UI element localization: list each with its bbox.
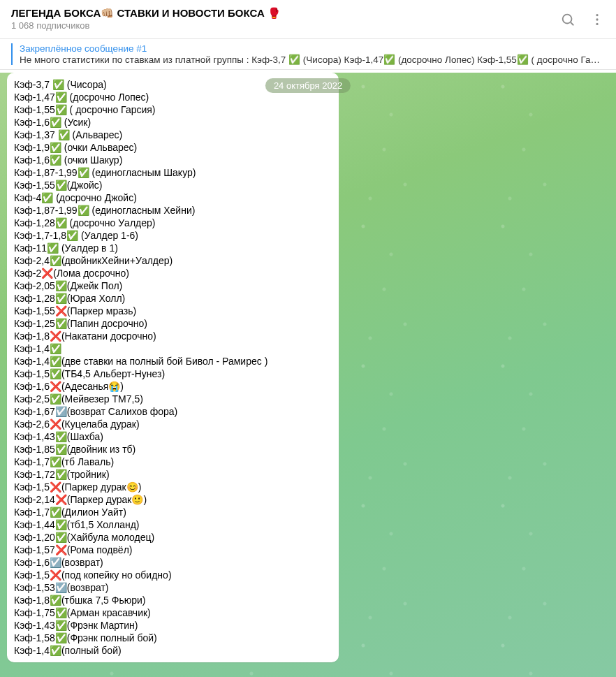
line-coefficient: Кэф-1,9	[14, 142, 50, 153]
line-coefficient: Кэф-1,43	[14, 620, 55, 631]
check-icon: ✅	[50, 154, 61, 166]
check-icon: ✅	[55, 180, 67, 191]
check-icon: ✅	[66, 230, 78, 241]
message-line: Кэф-1,43✅(Шахба)	[14, 430, 332, 443]
cross-icon: ❌	[41, 268, 53, 279]
check-icon: ✅	[50, 393, 61, 405]
line-coefficient: Кэф-1,47	[14, 92, 55, 103]
check-icon: ✅	[50, 507, 61, 518]
line-description: (Дилион Уайт)	[61, 507, 126, 518]
message-line: Кэф-2,6❌(Куцелаба дурак)	[14, 418, 332, 430]
line-coefficient: Кэф-1,5	[14, 569, 50, 581]
chat-background: 24 октября 2022 Кэф-3,7 ✅ (Чисора)Кэф-1,…	[0, 73, 616, 677]
message-line: Кэф-1,58✅(Фрэнк полный бой)	[14, 632, 332, 644]
line-description: (Уалдер в 1)	[59, 242, 118, 254]
line-coefficient: Кэф-1,28	[14, 293, 55, 304]
check-icon: ✅	[50, 117, 61, 128]
message-line: Кэф-11✅ (Уалдер в 1)	[14, 242, 332, 254]
pinned-title: Закреплённое сообщение #1	[20, 43, 605, 54]
line-coefficient: Кэф-1,37	[14, 129, 58, 140]
line-description: (досрочно Джойс)	[53, 192, 137, 203]
message-line: Кэф-1,6✅ (очки Шакур)	[14, 154, 332, 166]
message-line: Кэф-1,7✅(Дилион Уайт)	[14, 506, 332, 518]
message-line: Кэф-1,5❌(под копейку но обидно)	[14, 569, 332, 581]
line-coefficient: Кэф-1,4	[14, 343, 50, 354]
line-description: (возврат)	[61, 557, 103, 568]
check-icon: ✅	[50, 255, 61, 266]
message-line: Кэф-1,20✅(Хайбула молодец)	[14, 531, 332, 544]
line-description: (Паркер дурак	[61, 481, 126, 493]
message-line: Кэф-1,6☑️(возврат)	[14, 556, 332, 569]
line-description: (очки Альварес)	[61, 142, 137, 153]
message-line: Кэф-1,55✅(Джойс)	[14, 179, 332, 191]
search-icon[interactable]	[560, 12, 575, 27]
line-description: (Джойс)	[67, 180, 103, 191]
pinned-indicator	[11, 43, 13, 65]
svg-point-4	[596, 22, 598, 24]
line-description: (Уалдер 1-6)	[78, 230, 138, 241]
more-icon[interactable]	[589, 12, 605, 27]
check-icon: ✅	[47, 242, 59, 254]
pinned-message[interactable]: Закреплённое сообщение #1 Не много стати…	[0, 39, 616, 70]
cross-icon: ❌	[50, 381, 61, 392]
line-description: (Мейвезер ТМ7,5)	[61, 393, 143, 405]
check-icon: ✅	[50, 645, 61, 656]
message-line: Кэф-1,9✅ (очки Альварес)	[14, 141, 332, 154]
message-bubble[interactable]: Кэф-3,7 ✅ (Чисора)Кэф-1,47✅ (досрочно Ло…	[7, 73, 339, 662]
line-description: (Арман красавчик)	[67, 607, 151, 618]
message-line: Кэф-1,72✅(тройник)	[14, 468, 332, 481]
message-line: Кэф-1,75✅(Арман красавчик)	[14, 606, 332, 619]
message-line: Кэф-1,7✅(тб Лаваль)	[14, 456, 332, 468]
message-line: Кэф-1,55❌(Паркер мразь)	[14, 305, 332, 317]
check-icon: ✅	[50, 595, 61, 606]
line-description: (возврат Салихов фора)	[67, 406, 178, 417]
line-coefficient: Кэф-1,72	[14, 469, 55, 480]
line-coefficient: Кэф-1,67	[14, 406, 55, 417]
check-icon: ✅	[55, 620, 67, 631]
line-description: (тройник)	[67, 469, 110, 480]
chat-title: ЛЕГЕНДА БОКСА👊🏼 СТАВКИ И НОВОСТИ БОКСА 🥊	[11, 6, 560, 20]
line-description: (Альварес)	[70, 129, 123, 140]
check-icon: ✅	[78, 205, 89, 216]
line-coefficient: Кэф-1,5	[14, 481, 50, 493]
check-icon: ✅	[55, 104, 67, 115]
message-line: Кэф-1,5✅(ТБ4,5 Альберт-Нунез)	[14, 367, 332, 380]
message-line: Кэф-1,67☑️(возврат Салихов фора)	[14, 405, 332, 418]
line-coefficient: Кэф-1,58	[14, 632, 55, 643]
line-tail: )	[120, 381, 124, 392]
message-line: Кэф-1,8✅(тбшка 7,5 Фьюри)	[14, 594, 332, 606]
message-line: Кэф-1,53☑️(возврат)	[14, 581, 332, 594]
date-divider: 24 октября 2022	[265, 78, 351, 93]
message-line: Кэф-1,44✅(тб1,5 Холланд)	[14, 518, 332, 531]
line-description: (Рома подвёл)	[67, 544, 133, 555]
pinned-text: Не много статистики по ставкам из платно…	[20, 54, 605, 65]
check-icon: ✅	[55, 519, 67, 530]
line-coefficient: Кэф-11	[14, 242, 47, 254]
svg-line-1	[571, 22, 573, 25]
line-coefficient: Кэф-1,87-1,99	[14, 205, 78, 216]
svg-point-0	[563, 14, 572, 23]
message-line: Кэф-1,87-1,99✅ (единогласным Шакур)	[14, 166, 332, 179]
line-coefficient: Кэф-2,4	[14, 255, 50, 266]
line-coefficient: Кэф-1,87-1,99	[14, 167, 78, 178]
check-icon: ✅	[50, 343, 61, 354]
line-coefficient: Кэф-1,6	[14, 381, 50, 392]
check-icon: ✅	[52, 79, 64, 90]
cross-icon: ❌	[50, 481, 61, 493]
line-description: (Фрэнк Мартин)	[67, 620, 138, 631]
check-icon: ✅	[55, 280, 67, 291]
check-icon: ✅	[55, 532, 67, 543]
line-coefficient: Кэф-1,6	[14, 557, 50, 568]
line-description: (две ставки на полный бой Бивол - Рамире…	[61, 356, 267, 367]
line-description: (ТБ4,5 Альберт-Нунез)	[61, 368, 165, 379]
chat-header-info[interactable]: ЛЕГЕНДА БОКСА👊🏼 СТАВКИ И НОВОСТИ БОКСА 🥊…	[11, 6, 560, 31]
check-icon: ✅	[55, 92, 67, 103]
line-description: (Паркер дурак	[67, 494, 132, 505]
message-line: Кэф-1,55✅ ( досрочно Гарсия)	[14, 103, 332, 116]
line-description: (Фрэнк полный бой)	[67, 632, 157, 643]
line-description: (досрочно Уалдер)	[67, 217, 156, 228]
message-line: Кэф-1,43✅(Фрэнк Мартин)	[14, 619, 332, 632]
line-coefficient: Кэф-1,43	[14, 431, 55, 442]
check-icon: ✅	[50, 368, 61, 379]
message-line: Кэф-2,05✅(Джейк Пол)	[14, 279, 332, 292]
